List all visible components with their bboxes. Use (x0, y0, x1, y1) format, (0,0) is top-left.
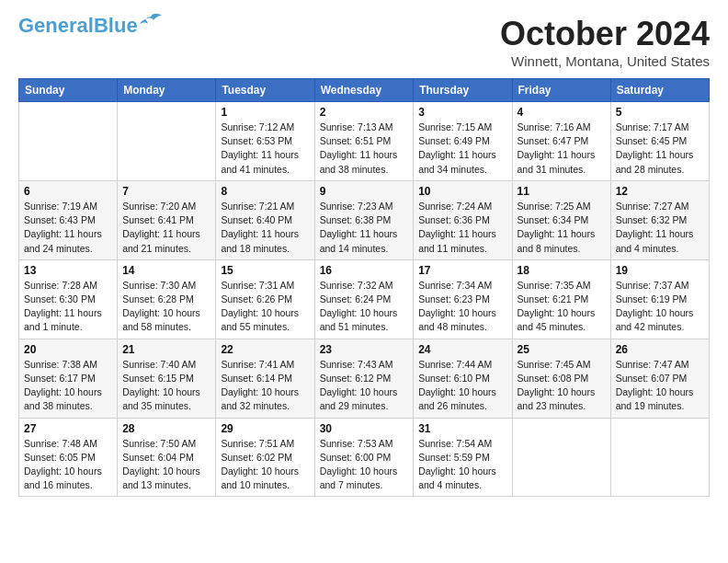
day-number: 10 (418, 185, 506, 198)
calendar-cell: 23Sunrise: 7:43 AM Sunset: 6:12 PM Dayli… (314, 339, 414, 418)
day-info: Sunrise: 7:47 AM Sunset: 6:07 PM Dayligh… (616, 358, 704, 414)
calendar-cell: 3Sunrise: 7:15 AM Sunset: 6:49 PM Daylig… (414, 102, 512, 181)
day-header-wednesday: Wednesday (314, 79, 414, 102)
day-number: 11 (518, 185, 606, 198)
day-number: 27 (24, 422, 112, 435)
calendar-cell: 25Sunrise: 7:45 AM Sunset: 6:08 PM Dayli… (512, 339, 610, 418)
calendar-cell: 14Sunrise: 7:30 AM Sunset: 6:28 PM Dayli… (118, 259, 216, 339)
day-info: Sunrise: 7:54 AM Sunset: 5:59 PM Dayligh… (418, 437, 506, 493)
day-number: 17 (418, 264, 506, 277)
day-number: 21 (122, 343, 210, 356)
day-number: 2 (320, 106, 409, 119)
calendar-cell: 5Sunrise: 7:17 AM Sunset: 6:45 PM Daylig… (610, 102, 709, 181)
logo-text: GeneralBlue (18, 15, 138, 37)
day-header-monday: Monday (118, 79, 216, 102)
day-info: Sunrise: 7:35 AM Sunset: 6:21 PM Dayligh… (518, 279, 606, 335)
calendar-week-row: 27Sunrise: 7:48 AM Sunset: 6:05 PM Dayli… (19, 418, 710, 497)
calendar-week-row: 20Sunrise: 7:38 AM Sunset: 6:17 PM Dayli… (19, 339, 710, 418)
calendar-cell: 15Sunrise: 7:31 AM Sunset: 6:26 PM Dayli… (216, 259, 314, 339)
day-number: 7 (122, 185, 210, 198)
day-number: 28 (122, 422, 210, 435)
day-number: 3 (418, 106, 506, 119)
day-number: 25 (518, 343, 606, 356)
calendar-header-row: SundayMondayTuesdayWednesdayThursdayFrid… (19, 79, 710, 102)
day-info: Sunrise: 7:13 AM Sunset: 6:51 PM Dayligh… (320, 121, 409, 177)
day-info: Sunrise: 7:24 AM Sunset: 6:36 PM Dayligh… (418, 200, 506, 256)
day-info: Sunrise: 7:23 AM Sunset: 6:38 PM Dayligh… (320, 200, 409, 256)
day-info: Sunrise: 7:21 AM Sunset: 6:40 PM Dayligh… (221, 200, 309, 256)
calendar-cell: 24Sunrise: 7:44 AM Sunset: 6:10 PM Dayli… (414, 339, 512, 418)
day-number: 24 (418, 343, 506, 356)
page: GeneralBlue October 2024 Winnett, Montan… (0, 0, 728, 563)
day-number: 31 (418, 422, 506, 435)
calendar-cell (19, 102, 118, 181)
calendar-cell: 20Sunrise: 7:38 AM Sunset: 6:17 PM Dayli… (19, 339, 118, 418)
day-number: 1 (221, 106, 309, 119)
calendar-cell: 31Sunrise: 7:54 AM Sunset: 5:59 PM Dayli… (414, 418, 512, 497)
calendar-cell: 11Sunrise: 7:25 AM Sunset: 6:34 PM Dayli… (512, 180, 610, 259)
day-header-tuesday: Tuesday (216, 79, 314, 102)
day-number: 19 (616, 264, 704, 277)
day-info: Sunrise: 7:30 AM Sunset: 6:28 PM Dayligh… (122, 279, 210, 335)
day-header-saturday: Saturday (610, 79, 709, 102)
day-number: 29 (221, 422, 309, 435)
calendar-cell: 9Sunrise: 7:23 AM Sunset: 6:38 PM Daylig… (314, 180, 414, 259)
day-info: Sunrise: 7:50 AM Sunset: 6:04 PM Dayligh… (122, 437, 210, 493)
day-info: Sunrise: 7:38 AM Sunset: 6:17 PM Dayligh… (24, 358, 112, 414)
calendar-cell: 8Sunrise: 7:21 AM Sunset: 6:40 PM Daylig… (216, 180, 314, 259)
day-info: Sunrise: 7:41 AM Sunset: 6:14 PM Dayligh… (221, 358, 309, 414)
day-info: Sunrise: 7:12 AM Sunset: 6:53 PM Dayligh… (221, 121, 309, 177)
day-info: Sunrise: 7:37 AM Sunset: 6:19 PM Dayligh… (616, 279, 704, 335)
location: Winnett, Montana, United States (500, 53, 710, 69)
day-info: Sunrise: 7:16 AM Sunset: 6:47 PM Dayligh… (518, 121, 606, 177)
calendar-cell: 21Sunrise: 7:40 AM Sunset: 6:15 PM Dayli… (118, 339, 216, 418)
day-info: Sunrise: 7:51 AM Sunset: 6:02 PM Dayligh… (221, 437, 309, 493)
day-info: Sunrise: 7:45 AM Sunset: 6:08 PM Dayligh… (518, 358, 606, 414)
day-number: 18 (518, 264, 606, 277)
calendar-cell: 18Sunrise: 7:35 AM Sunset: 6:21 PM Dayli… (512, 259, 610, 339)
calendar-cell (610, 418, 709, 497)
day-info: Sunrise: 7:27 AM Sunset: 6:32 PM Dayligh… (616, 200, 704, 256)
calendar-cell: 22Sunrise: 7:41 AM Sunset: 6:14 PM Dayli… (216, 339, 314, 418)
calendar-cell: 28Sunrise: 7:50 AM Sunset: 6:04 PM Dayli… (118, 418, 216, 497)
day-info: Sunrise: 7:43 AM Sunset: 6:12 PM Dayligh… (320, 358, 409, 414)
day-header-sunday: Sunday (19, 79, 118, 102)
calendar-week-row: 6Sunrise: 7:19 AM Sunset: 6:43 PM Daylig… (19, 180, 710, 259)
day-info: Sunrise: 7:25 AM Sunset: 6:34 PM Dayligh… (518, 200, 606, 256)
day-info: Sunrise: 7:48 AM Sunset: 6:05 PM Dayligh… (24, 437, 112, 493)
title-block: October 2024 Winnett, Montana, United St… (500, 15, 710, 69)
day-number: 16 (320, 264, 409, 277)
calendar-cell: 10Sunrise: 7:24 AM Sunset: 6:36 PM Dayli… (414, 180, 512, 259)
day-info: Sunrise: 7:28 AM Sunset: 6:30 PM Dayligh… (24, 279, 112, 335)
calendar-cell: 19Sunrise: 7:37 AM Sunset: 6:19 PM Dayli… (610, 259, 709, 339)
calendar-week-row: 13Sunrise: 7:28 AM Sunset: 6:30 PM Dayli… (19, 259, 710, 339)
day-number: 22 (221, 343, 309, 356)
calendar-cell: 6Sunrise: 7:19 AM Sunset: 6:43 PM Daylig… (19, 180, 118, 259)
day-number: 8 (221, 185, 309, 198)
calendar-cell: 12Sunrise: 7:27 AM Sunset: 6:32 PM Dayli… (610, 180, 709, 259)
day-header-friday: Friday (512, 79, 610, 102)
day-info: Sunrise: 7:31 AM Sunset: 6:26 PM Dayligh… (221, 279, 309, 335)
day-number: 23 (320, 343, 409, 356)
day-info: Sunrise: 7:44 AM Sunset: 6:10 PM Dayligh… (418, 358, 506, 414)
calendar-cell (512, 418, 610, 497)
day-number: 4 (518, 106, 606, 119)
calendar-cell: 26Sunrise: 7:47 AM Sunset: 6:07 PM Dayli… (610, 339, 709, 418)
header: GeneralBlue October 2024 Winnett, Montan… (18, 15, 710, 69)
calendar-cell: 17Sunrise: 7:34 AM Sunset: 6:23 PM Dayli… (414, 259, 512, 339)
day-number: 26 (616, 343, 704, 356)
calendar-week-row: 1Sunrise: 7:12 AM Sunset: 6:53 PM Daylig… (19, 102, 710, 181)
day-info: Sunrise: 7:17 AM Sunset: 6:45 PM Dayligh… (616, 121, 704, 177)
day-number: 20 (24, 343, 112, 356)
day-number: 12 (616, 185, 704, 198)
calendar: SundayMondayTuesdayWednesdayThursdayFrid… (18, 78, 710, 497)
day-number: 15 (221, 264, 309, 277)
day-number: 9 (320, 185, 409, 198)
calendar-cell: 30Sunrise: 7:53 AM Sunset: 6:00 PM Dayli… (314, 418, 414, 497)
day-header-thursday: Thursday (414, 79, 512, 102)
day-number: 6 (24, 185, 112, 198)
day-info: Sunrise: 7:40 AM Sunset: 6:15 PM Dayligh… (122, 358, 210, 414)
calendar-cell: 16Sunrise: 7:32 AM Sunset: 6:24 PM Dayli… (314, 259, 414, 339)
calendar-cell: 27Sunrise: 7:48 AM Sunset: 6:05 PM Dayli… (19, 418, 118, 497)
calendar-cell: 1Sunrise: 7:12 AM Sunset: 6:53 PM Daylig… (216, 102, 314, 181)
